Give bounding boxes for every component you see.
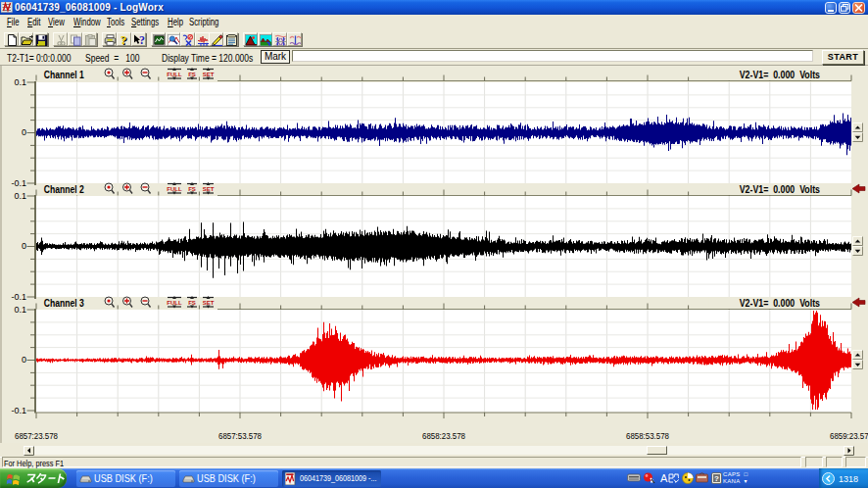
svg-text:FULL: FULL <box>167 300 182 306</box>
svg-text:?: ? <box>139 34 145 46</box>
svg-text:?: ? <box>714 474 719 483</box>
svg-text:SET: SET <box>203 300 215 306</box>
svg-text:SET: SET <box>203 186 215 192</box>
svg-text:FS: FS <box>188 186 196 192</box>
svg-text:FS: FS <box>188 300 196 306</box>
svg-text:FS: FS <box>188 72 196 77</box>
svg-text:FULL: FULL <box>167 186 182 192</box>
svg-text:FULL: FULL <box>167 72 182 77</box>
svg-text:?: ? <box>121 34 127 46</box>
svg-text:SET: SET <box>203 72 215 77</box>
